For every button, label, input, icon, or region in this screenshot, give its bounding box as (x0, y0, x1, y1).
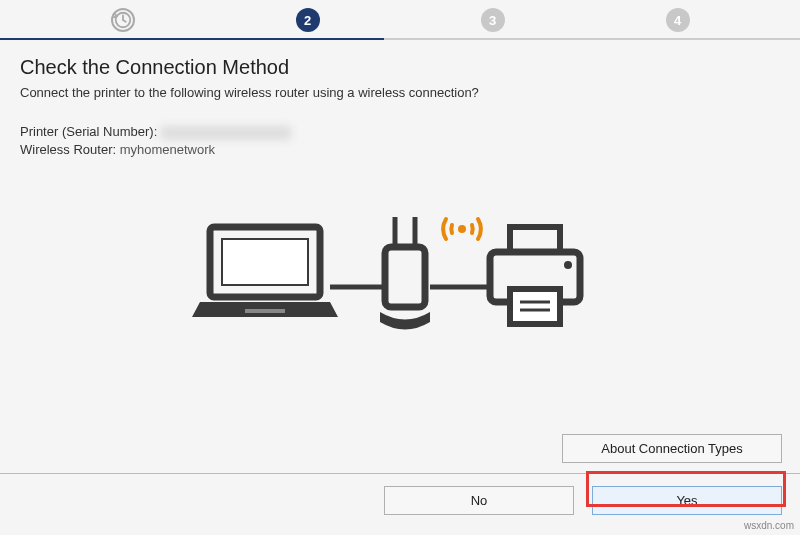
about-row: About Connection Types (562, 434, 782, 463)
page-subtitle: Connect the printer to the following wir… (20, 85, 780, 100)
no-button[interactable]: No (384, 486, 574, 515)
diagram-svg (190, 197, 610, 357)
printer-label: Printer (Serial Number): (20, 124, 157, 139)
about-connection-types-button[interactable]: About Connection Types (562, 434, 782, 463)
printer-icon (490, 227, 580, 324)
stepper-progress (0, 38, 384, 40)
step-3: 3 (481, 8, 505, 32)
svg-rect-11 (510, 289, 560, 324)
yes-button[interactable]: Yes (592, 486, 782, 515)
svg-rect-2 (222, 239, 308, 285)
footer-bar: No Yes (0, 473, 800, 515)
svg-rect-3 (245, 309, 285, 313)
content-area: Check the Connection Method Connect the … (0, 40, 800, 357)
stepper-underline (0, 38, 800, 40)
router-info-line: Wireless Router: myhomenetwork (20, 142, 780, 157)
step-4: 4 (666, 8, 690, 32)
laptop-icon (192, 227, 338, 317)
watermark: wsxdn.com (744, 520, 794, 531)
svg-rect-8 (510, 227, 560, 252)
printer-info-line: Printer (Serial Number): (20, 124, 780, 140)
router-value: myhomenetwork (120, 142, 215, 157)
svg-rect-6 (385, 247, 425, 307)
wizard-stepper: 2 3 4 (0, 0, 800, 38)
step-2: 2 (296, 8, 320, 32)
router-label: Wireless Router: (20, 142, 116, 157)
step-1 (111, 8, 135, 32)
wifi-icon (443, 219, 480, 239)
svg-point-7 (458, 225, 466, 233)
router-icon (380, 217, 430, 330)
svg-point-10 (564, 261, 572, 269)
page-title: Check the Connection Method (20, 56, 780, 79)
printer-serial-value (161, 126, 291, 140)
clock-back-icon (113, 9, 133, 31)
connection-diagram (20, 197, 780, 357)
